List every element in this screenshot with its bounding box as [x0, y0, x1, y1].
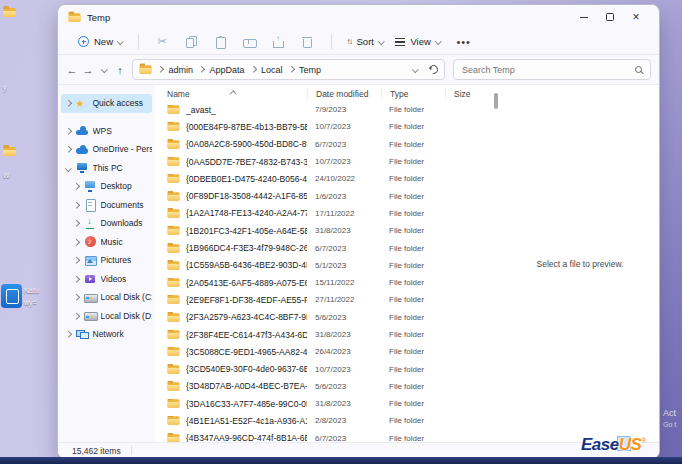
folder-icon [168, 192, 180, 200]
sidebar-item-local-disk-d[interactable]: Local Disk (D:) [61, 307, 152, 326]
file-row[interactable]: {4B347AA9-96CD-474f-8B1A-6EFC367389... 6… [155, 430, 491, 442]
file-row[interactable]: {1B201FC3-42F1-405e-A64E-5B00EEEC76... 3… [155, 222, 491, 239]
sidebar-item-label: Desktop [101, 181, 132, 191]
file-type: File folder [381, 140, 445, 149]
breadcrumb-item-admin[interactable]: admin [169, 65, 194, 75]
column-headers: Name Date modified Type Size [155, 87, 491, 101]
file-row[interactable]: {1C559A5B-6436-4BE2-903D-4D2A2D1AD... 5/… [155, 257, 491, 274]
file-row[interactable]: {2F38F4EE-C614-47f3-A434-6D6A8676B0... 3… [155, 326, 491, 343]
desktop-folder-icon[interactable] [3, 142, 16, 160]
file-row[interactable]: {0AA5DD7E-7BE7-4832-B743-3537A900E5... 1… [155, 153, 491, 170]
desktop-app-icon[interactable] [1, 284, 22, 308]
sort-button[interactable]: ↑↓ Sort [341, 33, 390, 50]
chevron-icon[interactable] [73, 294, 79, 300]
file-row[interactable]: {2A05413E-6AF5-4889-A075-E635809B357... … [155, 274, 491, 291]
chevron-icon[interactable] [65, 165, 71, 171]
file-row[interactable]: {0F89DF18-3508-4442-A1F6-8554DD4E10... 1… [155, 187, 491, 204]
refresh-icon[interactable] [427, 63, 440, 76]
delete-icon[interactable] [300, 35, 315, 49]
address-bar[interactable]: adminAppDataLocalTemp [132, 59, 445, 80]
scrollbar-thumb[interactable] [494, 93, 498, 109]
file-date-modified: 10/7/2023 [307, 122, 381, 131]
sidebar-item-onedrive-personal[interactable]: OneDrive - Personal [61, 140, 152, 159]
file-row[interactable]: {0DBEB0E1-D475-4240-B056-42E707BD50... 2… [155, 170, 491, 187]
file-row[interactable]: {2F3A2579-A623-4C4C-8BF7-9D1CD3B35... 5/… [155, 309, 491, 326]
sidebar-item-wps[interactable]: WPS [61, 122, 152, 141]
forward-button[interactable]: → [80, 61, 96, 79]
see-more-button[interactable]: ••• [446, 33, 481, 51]
breadcrumb-item-temp[interactable]: Temp [299, 65, 321, 75]
chevron-icon[interactable] [73, 313, 79, 319]
address-dropdown-icon[interactable] [412, 66, 418, 72]
file-row[interactable]: {0A08A2C8-5900-450d-BD8C-85781FAC1... 6/… [155, 136, 491, 153]
chevron-icon[interactable] [73, 276, 79, 282]
sidebar-item-desktop[interactable]: Desktop [61, 177, 152, 196]
file-type: File folder [381, 192, 445, 201]
column-header-size[interactable]: Size [445, 89, 491, 99]
column-header-name[interactable]: Name [155, 89, 307, 99]
search-input[interactable] [462, 65, 629, 75]
sidebar-item-label: Documents [101, 200, 144, 210]
sidebar-item-documents[interactable]: Documents [61, 196, 152, 215]
sidebar-item-label: OneDrive - Personal [93, 144, 153, 154]
sidebar-item-music[interactable]: Music [61, 233, 152, 252]
file-row[interactable]: {3DA16C33-A7F7-485e-99C0-051327145A... 3… [155, 395, 491, 412]
file-date-modified: 24/10/2022 [307, 174, 381, 183]
chevron-icon[interactable] [73, 257, 79, 263]
file-date-modified: 2/8/2023 [307, 416, 381, 425]
chevron-icon[interactable] [73, 220, 79, 226]
breadcrumb-item-local[interactable]: Local [261, 65, 283, 75]
file-row[interactable]: {3CD540E9-30F0-4de0-9637-6B8E79179D... 1… [155, 360, 491, 377]
file-row[interactable]: _avast_ 7/9/2023 File folder [155, 101, 491, 118]
chevron-icon[interactable] [65, 146, 71, 152]
file-row[interactable]: {2E9EF8F1-DF38-4EDF-AE55-FC19C8E123... 2… [155, 291, 491, 308]
sidebar-item-this-pc[interactable]: This PC [61, 159, 152, 178]
file-row[interactable]: {1B966DC4-F3E3-4f79-948C-2604A074765... … [155, 239, 491, 256]
file-row[interactable]: {3C5088CE-9ED1-4965-AA82-400C511B48... 2… [155, 343, 491, 360]
cut-icon[interactable] [155, 35, 170, 49]
desktop-folder-icon[interactable] [3, 3, 16, 21]
sidebar-item-pictures[interactable]: Pictures [61, 251, 152, 270]
file-row[interactable]: {1A2A1748-FE13-4240-A2A4-77CA5E18E... 17… [155, 205, 491, 222]
file-list: Name Date modified Type Size _avast_ 7/9… [155, 85, 491, 442]
chevron-icon[interactable] [73, 202, 79, 208]
sidebar-item-label: Music [101, 237, 123, 247]
chevron-icon[interactable] [65, 331, 71, 337]
file-name: {0DBEB0E1-D475-4240-B056-42E707BD50... [186, 174, 307, 184]
maximize-button[interactable] [597, 9, 623, 25]
view-button[interactable]: View [389, 33, 446, 50]
column-header-type[interactable]: Type [381, 89, 445, 99]
chevron-icon[interactable] [65, 128, 71, 134]
rename-icon[interactable] [242, 35, 257, 49]
new-button-label: New [94, 36, 113, 47]
sidebar-item-network[interactable]: Network [61, 325, 152, 344]
file-date-modified: 5/6/2023 [307, 382, 381, 391]
vertical-scrollbar[interactable] [491, 85, 501, 442]
file-name-cell: {1A2A1748-FE13-4240-A2A4-77CA5E18E... [155, 208, 307, 218]
copy-icon[interactable] [184, 35, 199, 49]
sidebar-item-label: Downloads [101, 218, 143, 228]
sidebar-item-quick-access[interactable]: Quick access [61, 94, 152, 113]
chevron-icon[interactable] [73, 183, 79, 189]
minimize-button[interactable] [571, 9, 597, 25]
new-button[interactable]: New [72, 33, 129, 50]
chevron-icon[interactable] [73, 239, 79, 245]
chevron-icon[interactable] [65, 100, 71, 106]
sidebar-item-videos[interactable]: Videos [61, 270, 152, 289]
search-box[interactable] [453, 59, 651, 80]
sidebar-item-downloads[interactable]: Downloads [61, 214, 152, 233]
sidebar-item-label: Network [93, 329, 124, 339]
file-row[interactable]: {000E84F9-87BE-4b13-BB79-5B5E091663E4} 1… [155, 118, 491, 135]
paste-icon[interactable] [213, 35, 228, 49]
column-header-date-modified[interactable]: Date modified [307, 89, 381, 99]
recent-locations-button[interactable] [96, 61, 112, 79]
sidebar-item-local-disk-c[interactable]: Local Disk (C:) [61, 288, 152, 307]
back-button[interactable]: ← [64, 61, 80, 79]
close-button[interactable] [623, 9, 649, 25]
file-row[interactable]: {4B1E1A51-E52F-4c1a-A936-A10E6D2F74... 2… [155, 412, 491, 429]
share-icon[interactable] [271, 35, 286, 49]
folder-icon [168, 313, 180, 321]
file-row[interactable]: {3D48D7AB-A0D4-4BEC-B7EA-D4897C6F... 5/6… [155, 378, 491, 395]
up-button[interactable]: ↑ [112, 61, 128, 79]
breadcrumb-item-appdata[interactable]: AppData [210, 65, 245, 75]
